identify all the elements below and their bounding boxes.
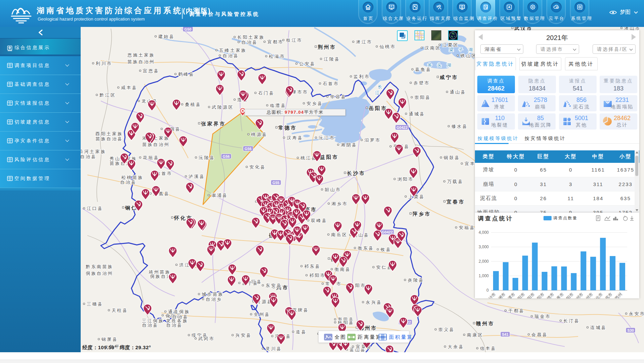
- svg-text:南康区: 南康区: [467, 332, 483, 337]
- svg-text:黔东南苗族: 黔东南苗族: [86, 264, 113, 269]
- svg-text:上栗县: 上栗县: [408, 194, 425, 199]
- svg-text:津市市: 津市市: [292, 89, 308, 95]
- svg-text:江口县: 江口县: [87, 206, 103, 211]
- svg-text:道县: 道县: [296, 329, 307, 334]
- svg-text:桑植县: 桑植县: [185, 102, 201, 107]
- svg-text:自治乡: 自治乡: [206, 297, 222, 302]
- svg-text:苗族自治州: 苗族自治州: [142, 142, 170, 147]
- svg-text:监利市: 监利市: [354, 74, 370, 79]
- svg-text:益阳市: 益阳市: [320, 154, 338, 160]
- svg-text:0: 0: [486, 288, 489, 293]
- svg-text:G0422: G0422: [396, 125, 407, 130]
- svg-text:梁 子 湖: 梁 子 湖: [449, 47, 475, 52]
- svg-text:S30: S30: [627, 328, 634, 332]
- svg-text:G56: G56: [245, 147, 252, 151]
- svg-text:桃源县: 桃源县: [251, 132, 268, 137]
- svg-text:石首市: 石首市: [323, 81, 339, 86]
- svg-text:宜都市: 宜都市: [267, 39, 284, 44]
- svg-text:祁阳市: 祁阳市: [309, 273, 326, 278]
- svg-text:萍乡市: 萍乡市: [412, 211, 431, 217]
- svg-text:自治县: 自治县: [142, 323, 158, 328]
- svg-text:汉寿县: 汉寿县: [287, 135, 303, 140]
- svg-text:铜鼓县: 铜鼓县: [443, 155, 460, 160]
- svg-text:自治县: 自治县: [166, 323, 183, 328]
- svg-text:仙桃市: 仙桃市: [379, 44, 396, 49]
- svg-text:沅陵县: 沅陵县: [198, 155, 215, 160]
- svg-text:三穗县: 三穗县: [87, 301, 103, 306]
- svg-text:武陵源区: 武陵源区: [211, 105, 234, 110]
- svg-text:通山县: 通山县: [450, 89, 466, 95]
- svg-text:永兴县: 永兴县: [366, 300, 382, 305]
- svg-text:连城县: 连城县: [590, 325, 607, 330]
- svg-text:东安县: 东安县: [266, 283, 282, 288]
- svg-text:湘阴县: 湘阴县: [341, 142, 357, 147]
- svg-text:汨罗市: 汨罗市: [364, 138, 381, 143]
- svg-text:江夏区: 江夏区: [442, 42, 459, 47]
- svg-text:衡东县: 衡东县: [358, 246, 374, 251]
- svg-text:松滋市: 松滋市: [269, 54, 285, 59]
- svg-text:浏阳市: 浏阳市: [397, 177, 414, 182]
- svg-text:自治县: 自治县: [120, 180, 136, 185]
- svg-text:G55: G55: [273, 181, 280, 185]
- svg-text:信丰县: 信丰县: [480, 346, 496, 351]
- svg-text:沿河土家族: 沿河土家族: [81, 149, 106, 154]
- svg-text:4,000: 4,000: [479, 230, 489, 235]
- svg-text:鹤峰县: 鹤峰县: [178, 72, 195, 77]
- svg-text:全州县: 全州县: [254, 312, 270, 317]
- svg-text:江陵县: 江陵县: [324, 57, 340, 62]
- svg-text:永安市: 永安市: [629, 311, 644, 316]
- svg-text:炎陵县: 炎陵县: [408, 278, 424, 283]
- svg-text:G50: G50: [185, 27, 192, 31]
- svg-text:安化县: 安化县: [249, 165, 266, 170]
- svg-text:华容县: 华容县: [330, 94, 347, 99]
- svg-text:崇义县: 崇义县: [438, 327, 455, 332]
- svg-text:自治县: 自治县: [223, 53, 239, 58]
- svg-text:嘉鱼县: 嘉鱼县: [415, 67, 432, 72]
- svg-text:张家界市: 张家界市: [201, 121, 226, 126]
- svg-text:1,000: 1,000: [479, 274, 489, 278]
- svg-text:会昌县: 会昌县: [531, 332, 548, 337]
- svg-text:天柱县: 天柱县: [112, 308, 128, 313]
- svg-text:长阳土家族: 长阳土家族: [237, 35, 265, 40]
- svg-text:咸宁市: 咸宁市: [439, 74, 458, 80]
- svg-text:铁山区: 铁山区: [460, 53, 477, 58]
- svg-text:赤壁市: 赤壁市: [413, 80, 430, 85]
- svg-text:斧 头 湖: 斧 头 湖: [428, 63, 453, 68]
- svg-text:公安县: 公安县: [299, 61, 316, 66]
- svg-text:于都县: 于都县: [508, 308, 525, 313]
- svg-text:攸县: 攸县: [380, 247, 392, 252]
- svg-text:恩施土家族: 恩施土家族: [127, 52, 155, 58]
- svg-text:沅江市: 沅江市: [318, 135, 335, 140]
- svg-text:湘乡市: 湘乡市: [331, 201, 348, 206]
- svg-text:江: 江: [375, 90, 381, 95]
- svg-text:长沙市: 长沙市: [485, 292, 496, 298]
- svg-text:常德市: 常德市: [278, 125, 297, 131]
- svg-text:长: 长: [378, 84, 384, 89]
- svg-text:长沙市: 长沙市: [347, 170, 365, 176]
- svg-text:赣州市: 赣州市: [476, 321, 494, 326]
- svg-text:G56: G56: [223, 154, 230, 158]
- svg-text:自治县: 自治县: [81, 154, 97, 159]
- svg-text:咸丰县: 咸丰县: [121, 85, 137, 90]
- svg-text:S41: S41: [502, 332, 509, 336]
- svg-text:2,000: 2,000: [479, 259, 489, 264]
- svg-text:G0422: G0422: [381, 230, 393, 234]
- svg-text:溆浦县: 溆浦县: [211, 193, 228, 198]
- svg-text:通城县: 通城县: [409, 111, 425, 116]
- svg-text:苗族自治县: 苗族自治县: [95, 136, 123, 141]
- svg-text:兴安县: 兴安县: [235, 333, 252, 338]
- svg-text:崇阳县: 崇阳县: [414, 95, 431, 100]
- svg-text:3,000: 3,000: [479, 245, 489, 249]
- svg-text:安福县: 安福县: [459, 225, 475, 230]
- svg-text:黔江区: 黔江区: [99, 93, 116, 98]
- svg-text:五峰土家族: 五峰土家族: [219, 48, 247, 53]
- svg-text:城步苗族: 城步苗族: [202, 292, 224, 297]
- svg-text:泸溪县: 泸溪县: [189, 174, 205, 179]
- svg-text:临澧县: 临澧县: [270, 103, 286, 108]
- svg-text:岳阳市: 岳阳市: [368, 105, 387, 111]
- svg-text:锦屏县: 锦屏县: [101, 337, 118, 342]
- svg-text:大余县: 大余县: [448, 344, 464, 349]
- svg-text:衡南县: 衡南县: [334, 267, 351, 272]
- svg-text:侗族自治州: 侗族自治州: [86, 271, 113, 276]
- svg-text:瑞金市: 瑞金市: [534, 314, 551, 319]
